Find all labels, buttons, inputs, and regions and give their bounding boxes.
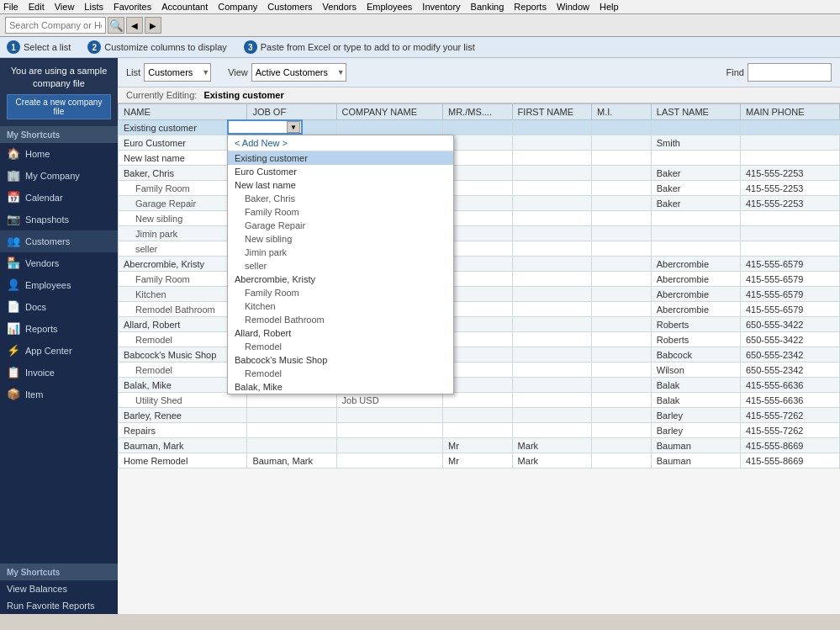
menu-view[interactable]: View [55,2,75,12]
cell-last-name[interactable]: Babcock [651,347,740,363]
job-of-dropdown-list[interactable]: < Add New > Existing customerEuro Custom… [227,135,454,394]
sidebar-item-calendar[interactable]: 📅 Calendar [0,187,118,209]
cell-phone[interactable]: 415-555-6579 [740,302,839,317]
cell-last-name[interactable]: Abercrombie [651,272,740,287]
cell-job-of[interactable] [247,423,336,438]
cell-last-name[interactable]: Abercrombie [651,302,740,317]
cell-first-name[interactable] [512,181,591,196]
cell-phone[interactable]: 650-555-2342 [740,347,839,363]
sidebar-item-snapshots[interactable]: 📷 Snapshots [0,209,118,230]
dropdown-item[interactable]: Baker, Chris [228,192,453,205]
table-row[interactable]: Utility ShedJob USDBalak415-555-6636 [119,393,840,408]
dropdown-item[interactable]: Remodel [228,367,453,380]
cell-first-name[interactable] [512,166,591,181]
cell-first-name[interactable] [512,196,591,211]
cell-phone[interactable]: 415-555-2253 [740,181,839,196]
cell-mi[interactable] [592,211,652,226]
cell-phone[interactable] [740,120,839,135]
cell-first-name[interactable] [512,363,591,378]
menu-employees[interactable]: Employees [367,2,412,12]
sidebar-run-reports[interactable]: Run Favorite Reports [0,597,118,614]
dropdown-item[interactable]: Euro Customer [228,165,453,178]
cell-mi[interactable] [592,302,652,317]
menu-inventory[interactable]: Inventory [422,2,460,12]
cell-mi[interactable] [592,151,652,166]
cell-last-name[interactable] [651,211,740,226]
cell-phone[interactable]: 415-555-6636 [740,378,839,393]
dropdown-item[interactable]: Kitchen [228,299,453,313]
cell-first-name[interactable] [512,423,591,438]
cell-phone[interactable]: 650-555-2342 [740,363,839,378]
cell-last-name[interactable] [651,226,740,241]
sidebar-item-customers[interactable]: 👥 Customers [0,230,118,252]
sidebar-view-balances[interactable]: View Balances [0,580,118,597]
cell-mi[interactable] [592,438,652,453]
cell-phone[interactable]: 415-555-2253 [740,166,839,181]
job-of-inline-input[interactable] [230,122,285,132]
cell-company[interactable]: Job USD [336,393,442,408]
cell-mi[interactable] [592,453,652,469]
menu-banking[interactable]: Banking [471,2,505,12]
sidebar-item-mycompany[interactable]: 🏢 My Company [0,165,118,187]
cell-first-name[interactable] [512,135,591,151]
cell-phone[interactable]: 415-555-7262 [740,423,839,438]
dropdown-item[interactable]: Family Room [228,286,453,299]
menu-file[interactable]: File [3,2,18,12]
sidebar-item-item[interactable]: 📦 Item [0,384,118,405]
cell-phone[interactable]: 650-555-3422 [740,317,839,332]
sidebar-item-docs[interactable]: 📄 Docs [0,296,118,318]
cell-mi[interactable] [592,347,652,363]
sidebar-item-employees[interactable]: 👤 Employees [0,274,118,296]
cell-mi[interactable] [592,241,652,257]
cell-last-name[interactable]: Roberts [651,332,740,347]
cell-phone[interactable]: 650-555-3422 [740,332,839,347]
cell-name[interactable]: Repairs [119,423,247,438]
list-select[interactable]: Customers [144,63,211,82]
cell-first-name[interactable] [512,241,591,257]
cell-first-name[interactable]: Mark [512,453,591,469]
cell-name[interactable]: Bauman, Mark [119,438,247,453]
cell-last-name[interactable]: Roberts [651,317,740,332]
menu-accountant[interactable]: Accountant [161,2,208,12]
cell-mi[interactable] [592,287,652,302]
dropdown-item[interactable]: Garage Repair [228,219,453,232]
menu-vendors[interactable]: Vendors [323,2,357,12]
cell-last-name[interactable]: Barley [651,423,740,438]
cell-company[interactable] [336,438,442,453]
cell-last-name[interactable]: Abercrombie [651,287,740,302]
cell-last-name[interactable]: Abercrombie [651,257,740,272]
cell-mr-ms[interactable] [443,393,513,408]
cell-first-name[interactable] [512,120,591,135]
cell-mr-ms[interactable]: Mr [443,438,513,453]
cell-phone[interactable] [740,135,839,151]
cell-last-name[interactable]: Baker [651,196,740,211]
dropdown-item[interactable]: Abercrombie, Kristy [228,273,453,286]
cell-phone[interactable] [740,151,839,166]
cell-first-name[interactable] [512,302,591,317]
cell-mr-ms[interactable] [443,423,513,438]
menu-company[interactable]: Company [218,2,257,12]
cell-first-name[interactable] [512,287,591,302]
dropdown-item[interactable]: New sibling [228,232,453,246]
cell-last-name[interactable]: Balak [651,378,740,393]
cell-mi[interactable] [592,226,652,241]
cell-last-name[interactable]: Barley [651,408,740,423]
cell-first-name[interactable] [512,347,591,363]
cell-last-name[interactable] [651,241,740,257]
cell-first-name[interactable] [512,408,591,423]
cell-phone[interactable]: 415-555-2253 [740,196,839,211]
sidebar-item-vendors[interactable]: 🏪 Vendors [0,252,118,274]
menu-customers[interactable]: Customers [267,2,312,12]
cell-last-name[interactable]: Smith [651,135,740,151]
dropdown-item[interactable]: Remodel [228,340,453,353]
cell-first-name[interactable] [512,226,591,241]
cell-phone[interactable]: 415-555-6636 [740,393,839,408]
sidebar-item-invoice[interactable]: 📋 Invoice [0,362,118,384]
nav-forward-button[interactable]: ▶ [145,17,161,34]
cell-mi[interactable] [592,363,652,378]
cell-company[interactable] [336,453,442,469]
table-row[interactable]: Home RemodelBauman, MarkMrMarkBauman415-… [119,453,840,469]
menu-help[interactable]: Help [600,2,619,12]
cell-last-name[interactable] [651,120,740,135]
search-button[interactable]: 🔍 [108,17,124,34]
